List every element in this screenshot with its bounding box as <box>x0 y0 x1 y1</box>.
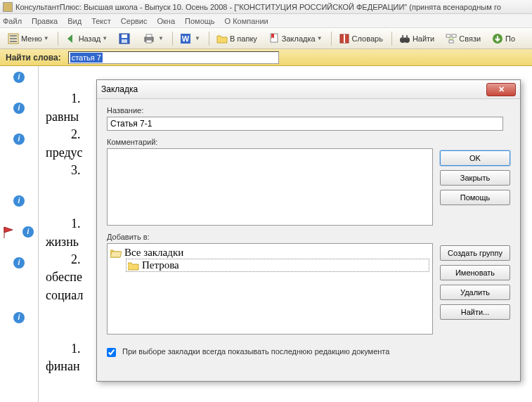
svg-rect-19 <box>446 34 450 37</box>
find-bar: Найти слова: статья 7 <box>0 49 532 66</box>
separator <box>58 32 58 46</box>
menu-service[interactable]: Сервис <box>121 17 148 25</box>
menu-icon <box>8 33 19 44</box>
binoculars-icon <box>399 33 410 44</box>
word-button[interactable]: W ▼ <box>175 30 205 47</box>
menu-edit[interactable]: Правка <box>32 17 58 25</box>
find-label: Найти слова: <box>6 53 61 63</box>
word-icon: W <box>180 33 191 44</box>
folder-open-icon <box>110 248 122 258</box>
find-button[interactable]: Найти <box>394 30 439 47</box>
gutter: i i i i i i i <box>0 66 39 402</box>
menu-file[interactable]: Файл <box>3 17 22 25</box>
window-titlebar: КонсультантПлюс: Высшая школа - Выпуск 1… <box>0 0 532 14</box>
help-button[interactable]: Помощь <box>440 190 510 205</box>
info-icon[interactable]: i <box>13 257 25 268</box>
name-input[interactable] <box>107 117 503 131</box>
links-icon <box>446 33 457 44</box>
info-icon[interactable]: i <box>13 103 25 114</box>
info-icon[interactable]: i <box>13 195 25 207</box>
find-input[interactable]: статья 7 <box>68 51 279 64</box>
info-icon[interactable]: i <box>13 312 25 323</box>
menu-bar: Файл Правка Вид Текст Сервис Окна Помощь… <box>0 14 532 28</box>
tree-root-label: Все закладки <box>124 247 183 259</box>
menu-windows[interactable]: Окна <box>157 17 176 25</box>
folder-button-label: В папку <box>230 34 257 43</box>
svg-rect-3 <box>10 41 17 42</box>
tree-root-node[interactable]: Все закладки <box>110 247 429 259</box>
svg-line-22 <box>448 37 451 40</box>
create-group-button[interactable]: Создать группу <box>440 245 510 261</box>
find-button-label: Найти <box>413 34 434 43</box>
print-button[interactable]: ▼ <box>138 30 169 47</box>
window-title: КонсультантПлюс: Высшая школа - Выпуск 1… <box>15 3 501 11</box>
bookmark-icon <box>268 33 280 44</box>
links-button-label: Связи <box>459 34 481 43</box>
svg-rect-14 <box>344 34 345 43</box>
po-button-label: По <box>505 34 515 43</box>
book-icon <box>339 33 350 44</box>
print-icon <box>143 33 155 44</box>
menu-view[interactable]: Вид <box>67 17 82 25</box>
close-button[interactable]: ✕ <box>486 83 516 96</box>
checkbox-row: При выборе закладки всегда показывать по… <box>107 347 510 357</box>
svg-rect-6 <box>122 39 127 43</box>
folder-button[interactable]: В папку <box>212 30 262 47</box>
find-in-tree-button[interactable]: Найти... <box>440 304 510 320</box>
ok-button[interactable]: OK <box>440 150 510 166</box>
separator <box>391 32 392 46</box>
app-icon <box>3 2 13 12</box>
name-label: Название: <box>107 106 510 115</box>
tree-child-label: Петрова <box>142 259 179 271</box>
svg-rect-5 <box>122 34 127 38</box>
rename-button[interactable]: Именовать <box>440 265 510 280</box>
svg-rect-8 <box>146 34 152 37</box>
folder-icon <box>128 261 139 271</box>
save-button[interactable] <box>114 30 137 47</box>
po-button[interactable]: По <box>487 30 520 47</box>
chevron-down-icon: ▼ <box>102 35 108 41</box>
bookmark-button[interactable]: Закладка ▼ <box>264 30 327 47</box>
back-button-label: Назад <box>79 34 101 43</box>
svg-rect-20 <box>452 34 456 37</box>
arrow-down-icon <box>492 33 503 44</box>
chevron-down-icon: ▼ <box>195 35 200 41</box>
svg-rect-17 <box>402 35 403 39</box>
info-icon[interactable]: i <box>22 226 34 238</box>
menu-button-label: Меню <box>21 34 42 43</box>
dialog-titlebar[interactable]: Закладка ✕ <box>97 80 520 99</box>
bookmark-button-label: Закладка <box>282 34 316 43</box>
info-icon[interactable]: i <box>13 72 25 83</box>
svg-rect-9 <box>146 40 152 43</box>
close-dialog-button[interactable]: Закрыть <box>440 170 510 186</box>
back-button[interactable]: Назад ▼ <box>60 30 112 47</box>
addto-label: Добавить в: <box>107 233 433 241</box>
separator <box>209 32 209 46</box>
folder-tree[interactable]: Все закладки Петрова <box>107 243 433 335</box>
comment-label: Комментарий: <box>107 138 433 146</box>
links-button[interactable]: Связи <box>441 30 486 47</box>
separator <box>172 32 173 46</box>
menu-button[interactable]: Меню ▼ <box>3 30 54 47</box>
arrow-left-icon <box>65 33 77 44</box>
tree-child-node[interactable]: Петрова <box>126 259 429 272</box>
info-icon[interactable]: i <box>13 134 25 145</box>
comment-textarea[interactable] <box>107 148 433 226</box>
svg-rect-18 <box>406 35 408 39</box>
folder-icon <box>216 33 228 44</box>
checkbox-label: При выборе закладки всегда показывать по… <box>122 347 389 356</box>
svg-rect-1 <box>10 35 17 37</box>
show-latest-checkbox[interactable] <box>107 348 116 357</box>
svg-line-23 <box>451 37 454 40</box>
dictionary-button-label: Словарь <box>352 34 383 43</box>
chevron-down-icon: ▼ <box>44 35 49 41</box>
menu-text[interactable]: Текст <box>91 17 111 25</box>
svg-rect-21 <box>449 40 453 43</box>
menu-help[interactable]: Помощь <box>185 17 215 25</box>
dictionary-button[interactable]: Словарь <box>334 30 388 47</box>
delete-button[interactable]: Удалить <box>440 285 510 300</box>
svg-rect-2 <box>10 38 17 39</box>
find-input-value: статья 7 <box>70 53 103 63</box>
menu-about[interactable]: О Компании <box>225 17 268 25</box>
svg-text:W: W <box>182 34 190 43</box>
